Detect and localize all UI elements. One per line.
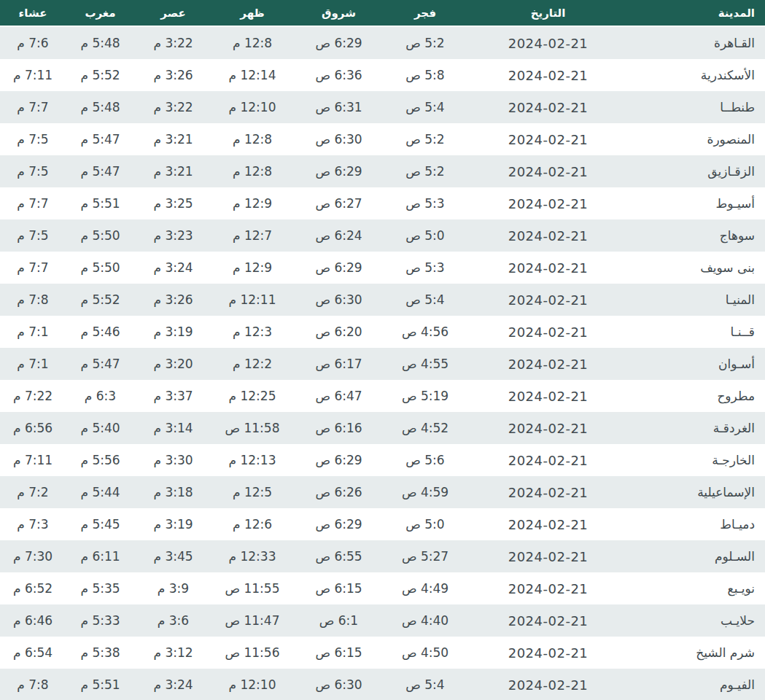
cell-asr: 3:21 م: [135, 123, 211, 155]
cell-maghrib: 6:11 م: [66, 540, 135, 572]
table-row: السـلوم2024-02-215:27 ص6:55 ص12:33 م3:45…: [0, 540, 765, 572]
cell-asr: 3:14 م: [135, 412, 211, 444]
cell-shorouk: 6:29 ص: [293, 508, 384, 540]
cell-maghrib: 5:50 م: [66, 252, 135, 284]
cell-maghrib: 5:51 م: [66, 669, 135, 700]
column-header-maghrib: مغرب: [66, 0, 135, 27]
cell-date: 2024-02-21: [466, 476, 630, 508]
table-row: دميـاط2024-02-215:0 ص6:29 ص12:6 م3:19 م5…: [0, 508, 765, 540]
cell-city: حلايـب: [630, 604, 765, 637]
prayer-times-body: القـاهرة2024-02-215:2 ص6:29 ص12:8 م3:22 …: [0, 27, 765, 700]
table-row: المنصورة2024-02-215:2 ص6:30 ص12:8 م3:21 …: [0, 123, 765, 155]
cell-fajr: 5:4 ص: [384, 284, 466, 316]
cell-fajr: 5:4 ص: [384, 91, 466, 123]
cell-isha: 7:1 م: [0, 348, 66, 380]
table-row: بنى سويف2024-02-215:3 ص6:29 ص12:9 م3:24 …: [0, 252, 765, 284]
header-row: المدينة التاريخ فجر شروق ظهر عصر مغرب عش…: [0, 0, 765, 27]
cell-isha: 7:5 م: [0, 219, 66, 252]
cell-asr: 3:25 م: [135, 187, 211, 219]
cell-city: بنى سويف: [630, 252, 765, 284]
cell-isha: 7:6 م: [0, 27, 66, 59]
cell-maghrib: 5:40 م: [66, 412, 135, 444]
cell-fajr: 5:2 ص: [384, 27, 466, 59]
cell-date: 2024-02-21: [466, 219, 630, 252]
cell-dhuhr: 12:9 م: [211, 187, 293, 219]
cell-maghrib: 5:38 م: [66, 637, 135, 669]
cell-asr: 3:20 م: [135, 348, 211, 380]
cell-date: 2024-02-21: [466, 540, 630, 572]
cell-date: 2024-02-21: [466, 123, 630, 155]
cell-city: طنطــا: [630, 91, 765, 123]
cell-date: 2024-02-21: [466, 27, 630, 59]
cell-asr: 3:9 م: [135, 572, 211, 604]
cell-fajr: 5:3 ص: [384, 187, 466, 219]
cell-shorouk: 6:20 ص: [293, 316, 384, 348]
table-row: الخارجـة2024-02-215:6 ص6:29 ص12:13 م3:30…: [0, 444, 765, 476]
table-row: قــنـا2024-02-214:56 ص6:20 ص12:3 م3:19 م…: [0, 316, 765, 348]
cell-dhuhr: 12:33 م: [211, 540, 293, 572]
cell-isha: 7:3 م: [0, 508, 66, 540]
cell-isha: 7:7 م: [0, 252, 66, 284]
cell-fajr: 5:19 ص: [384, 380, 466, 412]
cell-dhuhr: 12:6 م: [211, 508, 293, 540]
cell-maghrib: 5:35 م: [66, 572, 135, 604]
cell-dhuhr: 11:55 ص: [211, 572, 293, 604]
prayer-times-header: المدينة التاريخ فجر شروق ظهر عصر مغرب عش…: [0, 0, 765, 27]
cell-asr: 3:45 م: [135, 540, 211, 572]
cell-asr: 3:19 م: [135, 316, 211, 348]
cell-dhuhr: 12:25 م: [211, 380, 293, 412]
cell-dhuhr: 12:11 م: [211, 284, 293, 316]
table-row: الفيـوم2024-02-215:4 ص6:30 ص12:10 م3:24 …: [0, 669, 765, 700]
cell-city: الزقـازيق: [630, 155, 765, 187]
cell-isha: 7:5 م: [0, 123, 66, 155]
cell-asr: 3:21 م: [135, 155, 211, 187]
cell-shorouk: 6:55 ص: [293, 540, 384, 572]
table-row: طنطــا2024-02-215:4 ص6:31 ص12:10 م3:22 م…: [0, 91, 765, 123]
cell-dhuhr: 12:13 م: [211, 444, 293, 476]
cell-shorouk: 6:30 ص: [293, 123, 384, 155]
cell-fajr: 5:0 ص: [384, 508, 466, 540]
cell-city: الفيـوم: [630, 669, 765, 700]
column-header-fajr: فجر: [384, 0, 466, 27]
cell-city: شرم الشيخ: [630, 637, 765, 669]
cell-isha: 7:7 م: [0, 91, 66, 123]
cell-shorouk: 6:30 ص: [293, 669, 384, 700]
table-row: الأسكندرية2024-02-215:8 ص6:36 ص12:14 م3:…: [0, 59, 765, 91]
cell-isha: 7:11 م: [0, 444, 66, 476]
cell-city: سوهاج: [630, 219, 765, 252]
cell-shorouk: 6:31 ص: [293, 91, 384, 123]
table-row: القـاهرة2024-02-215:2 ص6:29 ص12:8 م3:22 …: [0, 27, 765, 59]
cell-isha: 7:8 م: [0, 284, 66, 316]
cell-city: الأسكندرية: [630, 59, 765, 91]
cell-date: 2024-02-21: [466, 412, 630, 444]
cell-shorouk: 6:29 ص: [293, 252, 384, 284]
cell-isha: 7:7 م: [0, 187, 66, 219]
cell-city: القـاهرة: [630, 27, 765, 59]
cell-dhuhr: 12:3 م: [211, 316, 293, 348]
cell-fajr: 4:59 ص: [384, 476, 466, 508]
cell-asr: 3:12 م: [135, 637, 211, 669]
column-header-isha: عشاء: [0, 0, 66, 27]
cell-asr: 3:26 م: [135, 59, 211, 91]
cell-dhuhr: 12:10 م: [211, 91, 293, 123]
cell-dhuhr: 12:8 م: [211, 155, 293, 187]
table-row: الغردقـة2024-02-214:52 ص6:16 ص11:58 ص3:1…: [0, 412, 765, 444]
cell-asr: 3:23 م: [135, 219, 211, 252]
cell-isha: 7:1 م: [0, 316, 66, 348]
cell-shorouk: 6:24 ص: [293, 219, 384, 252]
cell-date: 2024-02-21: [466, 380, 630, 412]
cell-city: الإسماعيلية: [630, 476, 765, 508]
cell-shorouk: 6:15 ص: [293, 572, 384, 604]
cell-city: الخارجـة: [630, 444, 765, 476]
cell-shorouk: 6:29 ص: [293, 27, 384, 59]
column-header-date: التاريخ: [466, 0, 630, 27]
prayer-times-table: المدينة التاريخ فجر شروق ظهر عصر مغرب عش…: [0, 0, 765, 700]
cell-date: 2024-02-21: [466, 155, 630, 187]
cell-asr: 3:30 م: [135, 444, 211, 476]
cell-fajr: 4:40 ص: [384, 604, 466, 637]
cell-maghrib: 5:47 م: [66, 348, 135, 380]
cell-fajr: 4:50 ص: [384, 637, 466, 669]
cell-maghrib: 5:52 م: [66, 284, 135, 316]
cell-shorouk: 6:17 ص: [293, 348, 384, 380]
cell-city: أسيـوط: [630, 187, 765, 219]
